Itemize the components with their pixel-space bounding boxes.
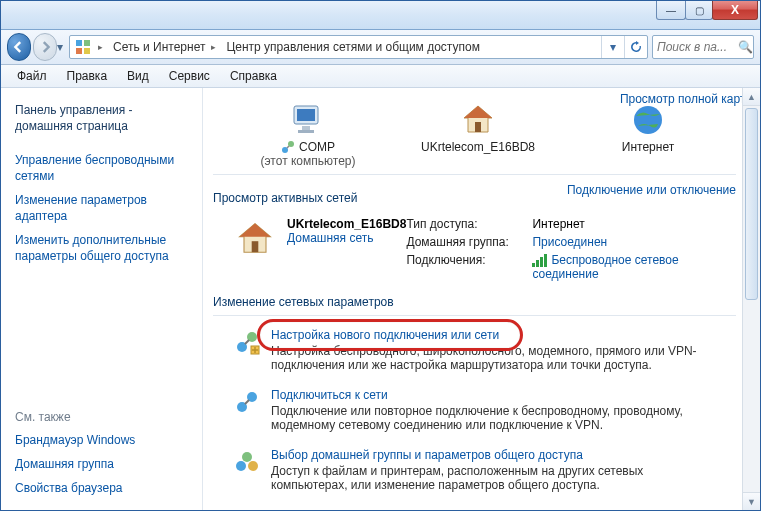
window-frame: — ▢ X ▾ ▸ Сеть и Интернет ▸ Центр управл… — [0, 0, 761, 511]
value-access-type: Интернет — [532, 217, 728, 231]
label-connections: Подключения: — [406, 253, 526, 281]
sidebar-item-wireless[interactable]: Управление беспроводными сетями — [1, 148, 202, 188]
svg-rect-6 — [302, 126, 310, 130]
opt-new-connection-title[interactable]: Настройка нового подключения или сети — [271, 328, 711, 342]
sidebar-browser-props[interactable]: Свойства браузера — [1, 476, 202, 500]
svg-rect-2 — [76, 48, 82, 54]
globe-icon — [583, 100, 713, 140]
refresh-button[interactable] — [624, 36, 647, 58]
network-ok-icon — [281, 140, 295, 154]
history-dropdown[interactable]: ▾ — [55, 40, 65, 54]
active-networks-header: Просмотр активных сетей Подключение или … — [213, 174, 736, 209]
opt-homegroup-desc: Доступ к файлам и принтерам, расположенн… — [271, 464, 711, 492]
opt-homegroup-title[interactable]: Выбор домашней группы и параметров общег… — [271, 448, 711, 462]
active-networks-title: Просмотр активных сетей — [213, 191, 357, 205]
sidebar-homegroup[interactable]: Домашняя группа — [1, 452, 202, 476]
see-also-label: См. также — [1, 406, 202, 428]
svg-point-20 — [242, 452, 252, 462]
connect-disconnect-link[interactable]: Подключение или отключение — [567, 183, 736, 197]
sidebar-firewall[interactable]: Брандмауэр Windows — [1, 428, 202, 452]
svg-point-19 — [248, 461, 258, 471]
scroll-track[interactable] — [743, 106, 760, 492]
opt-homegroup-sharing[interactable]: Выбор домашней группы и параметров общег… — [213, 442, 736, 502]
svg-rect-3 — [84, 48, 90, 54]
svg-rect-12 — [252, 241, 259, 252]
svg-point-18 — [236, 461, 246, 471]
network-sharing-icon — [74, 38, 92, 56]
map-node-internet[interactable]: Интернет — [583, 100, 713, 154]
menu-file[interactable]: Файл — [9, 67, 55, 85]
opt-new-connection[interactable]: Настройка нового подключения или сети На… — [213, 322, 736, 382]
search-box[interactable]: 🔍 — [652, 35, 754, 59]
map-computer-sublabel: (этот компьютер) — [243, 154, 373, 168]
svg-rect-7 — [298, 130, 314, 133]
svg-rect-10 — [475, 122, 481, 132]
close-button[interactable]: X — [712, 1, 758, 20]
address-bar[interactable]: ▸ Сеть и Интернет ▸ Центр управления сет… — [69, 35, 648, 59]
breadcrumb-seg-2[interactable]: Центр управления сетями и общим доступом — [222, 36, 484, 58]
scroll-up-button[interactable]: ▲ — [743, 88, 760, 106]
house-icon — [413, 100, 543, 140]
map-node-router[interactable]: UKrtelecom_E16BD8 — [413, 100, 543, 154]
arrow-left-icon — [13, 41, 25, 53]
connect-network-icon — [233, 388, 261, 416]
navbar: ▾ ▸ Сеть и Интернет ▸ Центр управления с… — [1, 30, 760, 65]
active-network-details: Тип доступа: Интернет Домашняя группа: П… — [406, 209, 736, 281]
scroll-thumb[interactable] — [745, 108, 758, 300]
label-access-type: Тип доступа: — [406, 217, 526, 231]
titlebar: — ▢ X — [1, 1, 760, 30]
refresh-icon — [630, 41, 642, 53]
value-homegroup[interactable]: Присоединен — [532, 235, 728, 249]
minimize-button[interactable]: — — [656, 1, 686, 20]
opt-connect-network-desc: Подключение или повторное подключение к … — [271, 404, 711, 432]
opt-new-connection-desc: Настройка беспроводного, широкополосного… — [271, 344, 711, 372]
vertical-scrollbar[interactable]: ▲ ▼ — [742, 88, 760, 510]
scroll-down-button[interactable]: ▼ — [743, 492, 760, 510]
map-computer-label: COMP — [299, 140, 335, 154]
network-map: COMP (этот компьютер) UKrtelecom_E16BD8 … — [213, 96, 736, 174]
maximize-button[interactable]: ▢ — [685, 1, 713, 20]
menu-help[interactable]: Справка — [222, 67, 285, 85]
forward-button[interactable] — [33, 33, 57, 61]
svg-rect-5 — [297, 109, 315, 121]
active-network-block: UKrtelecom_E16BD8 Домашняя сеть — [213, 209, 406, 263]
homegroup-icon — [233, 448, 261, 476]
change-settings-title: Изменение сетевых параметров — [213, 295, 736, 309]
opt-connect-network-title[interactable]: Подключиться к сети — [271, 388, 711, 402]
menubar: Файл Правка Вид Сервис Справка — [1, 65, 760, 88]
signal-icon — [532, 254, 547, 267]
opt-connect-network[interactable]: Подключиться к сети Подключение или повт… — [213, 382, 736, 442]
sidebar-item-adapter[interactable]: Изменение параметров адаптера — [1, 188, 202, 228]
svg-point-11 — [634, 106, 662, 134]
menu-edit[interactable]: Правка — [59, 67, 116, 85]
new-connection-icon — [233, 328, 261, 356]
map-node-computer[interactable]: COMP (этот компьютер) — [243, 100, 373, 168]
menu-view[interactable]: Вид — [119, 67, 157, 85]
value-connections[interactable]: Беспроводное сетевое соединение — [532, 253, 728, 281]
breadcrumb-seg-1[interactable]: Сеть и Интернет — [109, 36, 209, 58]
svg-rect-0 — [76, 40, 82, 46]
house-icon — [233, 217, 277, 261]
window-controls: — ▢ X — [657, 1, 758, 20]
control-panel-home[interactable]: Панель управления -домашняя страница — [1, 98, 202, 138]
menu-tools[interactable]: Сервис — [161, 67, 218, 85]
search-input[interactable] — [653, 40, 737, 54]
nav-history: ▾ — [7, 33, 65, 61]
computer-icon — [243, 100, 373, 140]
search-icon: 🔍 — [737, 40, 753, 54]
sidebar-item-sharing[interactable]: Изменить дополнительные параметры общего… — [1, 228, 202, 268]
content-area: Просмотр полной карты COMP (этот компьют… — [203, 88, 760, 510]
map-router-label: UKrtelecom_E16BD8 — [413, 140, 543, 154]
label-homegroup: Домашняя группа: — [406, 235, 526, 249]
map-internet-label: Интернет — [583, 140, 713, 154]
back-button[interactable] — [7, 33, 31, 61]
arrow-right-icon — [39, 41, 51, 53]
chevron-right-icon: ▸ — [96, 42, 109, 52]
active-network-name: UKrtelecom_E16BD8 — [287, 217, 406, 231]
svg-rect-1 — [84, 40, 90, 46]
body: Панель управления -домашняя страница Упр… — [1, 88, 760, 510]
side-panel: Панель управления -домашняя страница Упр… — [1, 88, 203, 510]
chevron-right-icon: ▸ — [209, 42, 222, 52]
breadcrumb-dropdown[interactable]: ▾ — [601, 36, 624, 58]
active-network-type[interactable]: Домашняя сеть — [287, 231, 406, 245]
